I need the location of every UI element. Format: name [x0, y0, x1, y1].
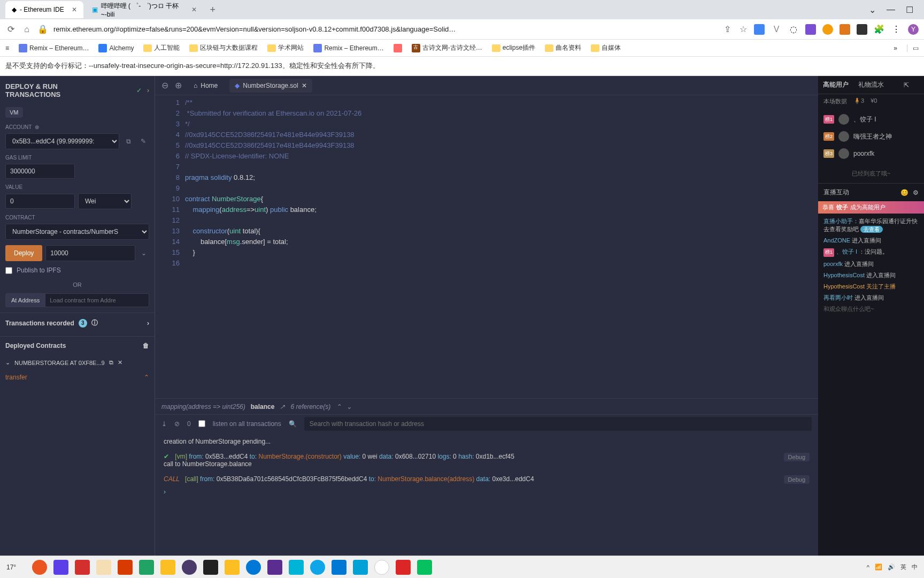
- app-icon[interactable]: [160, 560, 175, 575]
- wifi-icon[interactable]: 📶: [875, 564, 882, 571]
- reload-icon[interactable]: ⟳: [5, 24, 16, 34]
- app-icon[interactable]: [139, 560, 154, 575]
- url-field[interactable]: remix.ethereum.org/#optimize=false&runs=…: [53, 25, 717, 33]
- deployed-instance[interactable]: ⌄ NUMBERSTORAGE AT 0XF8E...9 ⧉ ✕: [0, 355, 155, 370]
- app-icon[interactable]: [332, 560, 346, 575]
- bookmark[interactable]: [394, 44, 402, 52]
- terminal-prompt[interactable]: ›: [164, 488, 810, 496]
- volume-icon[interactable]: 🔊: [888, 564, 895, 571]
- copy-icon[interactable]: ⧉: [122, 135, 134, 147]
- browser-tab-2[interactable]: ▣ 哔哩哔哩 ( ゜- ゜)つロ 干杯~-bili ✕: [86, 1, 203, 18]
- chevron-down-icon[interactable]: ⌄: [138, 247, 149, 259]
- bookmark[interactable]: 曲名资料: [545, 43, 581, 52]
- bookmark[interactable]: 人工智能: [143, 43, 180, 52]
- rank-user[interactable]: 榜2嗨强王者之神: [818, 128, 924, 145]
- close-icon[interactable]: ✕: [191, 6, 197, 13]
- bookmark[interactable]: 区块链与大数据课程: [189, 43, 258, 52]
- minimize-icon[interactable]: —: [887, 5, 895, 15]
- tx-search-input[interactable]: [304, 417, 812, 431]
- app-icon[interactable]: [396, 560, 411, 575]
- unit-select[interactable]: Wei: [78, 193, 132, 209]
- deploy-button[interactable]: Deploy: [5, 245, 42, 261]
- trash-icon[interactable]: 🗑: [143, 342, 149, 349]
- ext-icon[interactable]: [857, 24, 867, 35]
- at-address-button[interactable]: At Address: [5, 293, 45, 307]
- value-input[interactable]: [5, 194, 75, 209]
- extensions-icon[interactable]: 🧩: [874, 24, 884, 35]
- debug-button[interactable]: Debug: [784, 453, 810, 461]
- zoom-in-icon[interactable]: ⊕: [175, 80, 182, 90]
- terminal[interactable]: creation of NumberStorage pending... ✔ […: [155, 432, 818, 556]
- app-icon[interactable]: [353, 560, 368, 575]
- lock-icon[interactable]: 🔒: [37, 24, 48, 34]
- app-icon[interactable]: [32, 560, 47, 575]
- app-icon[interactable]: [267, 560, 282, 575]
- close-icon[interactable]: ✕: [302, 82, 307, 89]
- maximize-icon[interactable]: ☐: [906, 5, 913, 15]
- menu-icon[interactable]: ⋮: [891, 24, 902, 35]
- bookmarks-menu-icon[interactable]: ≡: [5, 44, 9, 52]
- app-icon[interactable]: [53, 560, 68, 575]
- ext-icon[interactable]: [754, 24, 765, 35]
- bookmark-overflow[interactable]: »: [894, 44, 897, 52]
- ext-icon[interactable]: V: [771, 24, 782, 35]
- gear-icon[interactable]: ⚙: [913, 189, 919, 196]
- close-icon[interactable]: ✕: [118, 359, 122, 366]
- bookmark[interactable]: 自媒体: [591, 43, 621, 52]
- bookmark[interactable]: Alchemy: [98, 44, 134, 52]
- search-icon[interactable]: 🔍: [289, 420, 297, 428]
- app-icon[interactable]: [96, 560, 111, 575]
- emoji-icon[interactable]: 😊: [900, 189, 908, 196]
- ext-icon[interactable]: [805, 24, 816, 35]
- file-tab[interactable]: ◆ NumberStorage.sol ✕: [229, 79, 312, 93]
- contract-select[interactable]: NumberStorage - contracts/NumberS: [5, 224, 149, 240]
- app-icon[interactable]: [182, 560, 197, 575]
- ext-icon[interactable]: [822, 24, 833, 35]
- debug-button[interactable]: Debug: [784, 475, 810, 484]
- view-button[interactable]: 去查看: [860, 226, 883, 233]
- popout-icon[interactable]: ⇱: [889, 81, 924, 89]
- app-icon[interactable]: [289, 560, 304, 575]
- new-tab-button[interactable]: +: [205, 4, 220, 16]
- tab-users[interactable]: 高能用户: [818, 80, 853, 89]
- app-icon[interactable]: [75, 560, 90, 575]
- bookmark[interactable]: Remix – Ethereum…: [19, 44, 89, 52]
- transfer-function[interactable]: transfer ⌃: [0, 370, 155, 384]
- reading-list-icon[interactable]: ▭: [907, 44, 919, 52]
- listen-checkbox[interactable]: [198, 420, 205, 427]
- home-icon[interactable]: ⌂: [21, 25, 32, 34]
- copy-icon[interactable]: ⧉: [109, 359, 113, 366]
- chevron-down-icon[interactable]: ⌄: [346, 403, 352, 410]
- rank-user[interactable]: 榜3poorxfk: [818, 145, 924, 162]
- deploy-arg-input[interactable]: [45, 245, 135, 261]
- account-select[interactable]: 0x5B3...eddC4 (99.9999999:: [5, 133, 119, 149]
- gas-input[interactable]: [5, 164, 75, 179]
- close-icon[interactable]: ✕: [72, 6, 77, 13]
- ime-cn[interactable]: 中: [912, 563, 918, 571]
- browser-tab-1[interactable]: ◆ - Ethereum IDE ✕: [5, 1, 83, 18]
- tray-expand-icon[interactable]: ^: [867, 564, 869, 571]
- app-icon[interactable]: [310, 560, 325, 575]
- ipfs-checkbox[interactable]: [5, 267, 12, 274]
- app-icon[interactable]: [374, 560, 389, 575]
- environment-select[interactable]: VM: [5, 107, 23, 118]
- chevron-right-icon[interactable]: ›: [147, 87, 149, 94]
- share-icon[interactable]: ⇪: [722, 24, 733, 34]
- weather[interactable]: 17°: [6, 564, 16, 571]
- home-tab[interactable]: ⌂ Home: [188, 79, 223, 93]
- bookmark[interactable]: Remix – Ethereum…: [313, 44, 383, 52]
- chevron-down-icon[interactable]: ⌄: [5, 359, 10, 366]
- tx-recorded-header[interactable]: Transactions recorded 3 ⓘ ›: [5, 318, 149, 328]
- chevron-up-icon[interactable]: ⌃: [144, 374, 149, 381]
- rank-user[interactable]: 榜1、饺子 I: [818, 111, 924, 128]
- ext-icon[interactable]: ◌: [788, 24, 799, 35]
- app-icon[interactable]: [225, 560, 240, 575]
- ime-en[interactable]: 英: [900, 563, 906, 571]
- app-icon[interactable]: [246, 560, 261, 575]
- edit-icon[interactable]: ✎: [137, 135, 149, 147]
- link-icon[interactable]: ↗: [280, 403, 285, 410]
- info-icon[interactable]: ⓘ: [91, 318, 98, 328]
- zoom-out-icon[interactable]: ⊖: [161, 80, 168, 90]
- at-address-input[interactable]: [45, 293, 149, 307]
- bookmark[interactable]: 古古诗文网-古诗文经…: [412, 43, 482, 52]
